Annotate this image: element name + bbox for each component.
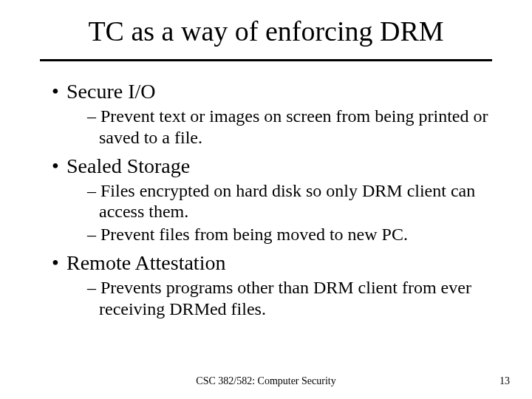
bullet-icon: • [52, 78, 59, 104]
sub-label: Prevent text or images on screen from be… [99, 106, 488, 147]
dash-icon: – [87, 106, 96, 126]
sub-item: – Files encrypted on hard disk so only D… [52, 180, 495, 223]
bullet-item: • Sealed Storage [52, 153, 495, 179]
sub-item: – Prevent text or images on screen from … [52, 106, 495, 149]
bullet-icon: • [52, 250, 59, 276]
dash-icon: – [87, 181, 96, 200]
bullet-item: • Secure I/O [52, 78, 495, 104]
slide: TC as a way of enforcing DRM • Secure I/… [0, 0, 532, 399]
sub-item: – Prevents programs other than DRM clien… [52, 277, 495, 320]
bullet-icon: • [52, 153, 59, 179]
footer-page-number: 13 [499, 375, 510, 387]
dash-icon: – [87, 225, 96, 244]
bullet-label: Remote Attestation [66, 251, 225, 274]
sub-label: Prevent files from being moved to new PC… [100, 225, 408, 244]
slide-title: TC as a way of enforcing DRM [0, 16, 532, 47]
title-underline [40, 59, 492, 61]
footer-course: CSC 382/582: Computer Security [0, 375, 532, 387]
dash-icon: – [87, 278, 96, 297]
slide-body: • Secure I/O – Prevent text or images on… [52, 74, 495, 321]
sub-label: Prevents programs other than DRM client … [99, 278, 471, 318]
sub-label: Files encrypted on hard disk so only DRM… [99, 181, 475, 222]
sub-item: – Prevent files from being moved to new … [52, 224, 495, 245]
bullet-item: • Remote Attestation [52, 250, 495, 276]
bullet-label: Sealed Storage [66, 154, 190, 177]
bullet-label: Secure I/O [66, 80, 156, 103]
